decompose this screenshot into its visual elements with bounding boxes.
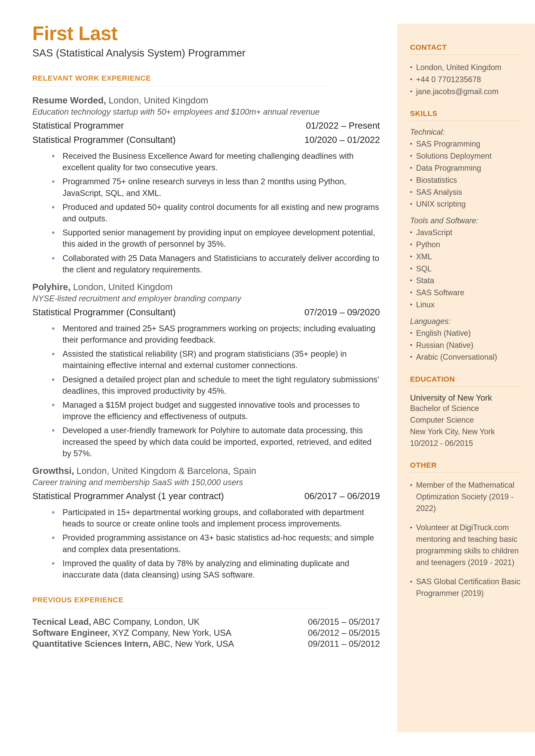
company-description: NYSE-listed recruitment and employer bra… xyxy=(32,294,380,303)
bullet-item: Collaborated with 25 Data Managers and S… xyxy=(32,253,380,275)
role-row: Statistical Programmer Analyst (1 year c… xyxy=(32,491,380,501)
previous-dates: 06/2012 – 05/2015 xyxy=(308,628,380,638)
divider xyxy=(410,121,522,121)
company-name: Resume Worded, xyxy=(32,95,106,105)
job-bullets: Received the Business Excellence Award f… xyxy=(32,151,380,275)
role-title: Statistical Programmer Analyst (1 year c… xyxy=(32,491,224,501)
education-major: Computer Science xyxy=(410,414,522,426)
other-header: OTHER xyxy=(410,461,522,469)
divider xyxy=(410,386,522,387)
bullet-item: Assisted the statistical reliability (SR… xyxy=(32,348,380,371)
role-dates: 01/2022 – Present xyxy=(299,121,380,131)
education-degree: Bachelor of Science xyxy=(410,403,522,414)
list-item: SAS Analysis xyxy=(410,186,522,198)
divider xyxy=(410,55,522,55)
previous-title: Tecnical Lead, xyxy=(32,617,91,627)
other-item: Member of the Mathematical Optimization … xyxy=(410,479,522,514)
list-item: Solutions Deployment xyxy=(410,150,522,162)
skills-languages-list: English (Native)Russian (Native)Arabic (… xyxy=(410,327,522,363)
previous-title: Software Engineer, xyxy=(32,628,110,637)
bullet-item: Supported senior management by providing… xyxy=(32,227,380,250)
candidate-title: SAS (Statistical Analysis System) Progra… xyxy=(32,47,380,59)
education-school: University of New York xyxy=(410,393,522,403)
list-item: +44 0 7701235678 xyxy=(410,73,522,86)
list-item: SAS Programming xyxy=(410,138,522,150)
list-item: Stata xyxy=(410,274,522,287)
previous-row: Quantitative Sciences Intern, ABC, New Y… xyxy=(32,639,380,649)
company-name: Growthsi, xyxy=(32,466,74,476)
skills-languages-label: Languages: xyxy=(410,317,522,326)
previous-rest: XYZ Company, New York, USA xyxy=(110,628,231,637)
company-location: London, United Kingdom xyxy=(70,282,173,292)
contact-header: CONTACT xyxy=(410,43,522,51)
list-item: Data Programming xyxy=(410,162,522,174)
list-item: SAS Software xyxy=(410,287,522,299)
role-dates: 10/2020 – 01/2022 xyxy=(298,135,380,145)
bullet-item: Designed a detailed project plan and sch… xyxy=(32,374,380,397)
skills-technical-label: Technical: xyxy=(410,127,522,137)
role-row: Statistical Programmer01/2022 – Present xyxy=(32,121,380,131)
role-title: Statistical Programmer (Consultant) xyxy=(32,135,176,145)
previous-dates: 06/2015 – 05/2017 xyxy=(308,617,380,627)
list-item: English (Native) xyxy=(410,327,522,339)
company-description: Career training and membership SaaS with… xyxy=(32,478,380,487)
bullet-item: Improved the quality of data by 78% by a… xyxy=(32,558,380,580)
previous-rest: ABC Company, London, UK xyxy=(91,617,200,627)
previous-title: Quantitative Sciences Intern, xyxy=(32,639,151,649)
bullet-item: Provided programming assistance on 43+ b… xyxy=(32,532,380,555)
candidate-name: First Last xyxy=(32,24,380,43)
company-name: Polyhire, xyxy=(32,282,70,292)
job-bullets: Participated in 15+ departmental working… xyxy=(32,507,380,580)
company-location: London, United Kingdom & Barcelona, Spai… xyxy=(74,466,256,476)
list-item: XML xyxy=(410,251,522,263)
experience-header: RELEVANT WORK EXPERIENCE xyxy=(32,74,380,82)
role-dates: 07/2019 – 09/2020 xyxy=(298,307,380,318)
other-item: Volunteer at DigiTruck.com mentoring and… xyxy=(410,522,522,568)
previous-dates: 09/2011 – 05/2012 xyxy=(308,639,380,649)
previous-rest: ABC, New York, USA xyxy=(151,639,234,649)
divider xyxy=(410,472,522,473)
company-description: Education technology startup with 50+ em… xyxy=(32,107,380,117)
bullet-item: Received the Business Excellence Award f… xyxy=(32,151,380,173)
list-item: JavaScript xyxy=(410,227,522,238)
role-title: Statistical Programmer (Consultant) xyxy=(32,307,176,318)
bullet-item: Produced and updated 50+ quality control… xyxy=(32,202,380,224)
skills-tools-list: JavaScriptPythonXMLSQLStataSAS SoftwareL… xyxy=(410,227,522,311)
list-item: jane.jacobs@gmail.com xyxy=(410,86,522,98)
bullet-item: Mentored and trained 25+ SAS programmers… xyxy=(32,323,380,346)
list-item: Python xyxy=(410,238,522,251)
bullet-item: Managed a $15M project budget and sugges… xyxy=(32,399,380,422)
role-row: Statistical Programmer (Consultant)07/20… xyxy=(32,307,380,318)
sidebar: CONTACT London, United Kingdom+44 0 7701… xyxy=(397,24,535,732)
list-item: Biostatistics xyxy=(410,174,522,186)
role-row: Statistical Programmer (Consultant)10/20… xyxy=(32,135,380,145)
list-item: Linux xyxy=(410,299,522,311)
bullet-item: Developed a user-friendly framework for … xyxy=(32,425,380,459)
skills-tools-label: Tools and Software: xyxy=(410,216,522,225)
main-column: First Last SAS (Statistical Analysis Sys… xyxy=(32,24,397,732)
previous-row: Software Engineer, XYZ Company, New York… xyxy=(32,628,380,638)
list-item: Russian (Native) xyxy=(410,339,522,351)
role-title: Statistical Programmer xyxy=(32,121,124,131)
role-dates: 06/2017 – 06/2019 xyxy=(298,491,380,501)
previous-header: PREVIOUS EXPERIENCE xyxy=(32,596,380,604)
company-line: Growthsi, London, United Kingdom & Barce… xyxy=(32,466,380,476)
divider xyxy=(32,86,328,87)
education-location: New York City, New York xyxy=(410,426,522,437)
divider xyxy=(32,608,328,608)
list-item: London, United Kingdom xyxy=(410,61,522,73)
education-dates: 10/2012 - 06/2015 xyxy=(410,437,522,449)
skills-technical-list: SAS ProgrammingSolutions DeploymentData … xyxy=(410,138,522,210)
company-line: Polyhire, London, United Kingdom xyxy=(32,282,380,292)
list-item: SQL xyxy=(410,263,522,275)
skills-header: SKILLS xyxy=(410,109,522,118)
bullet-item: Participated in 15+ departmental working… xyxy=(32,507,380,529)
previous-row: Tecnical Lead, ABC Company, London, UK06… xyxy=(32,617,380,627)
education-header: EDUCATION xyxy=(410,375,522,383)
bullet-item: Programmed 75+ online research surveys i… xyxy=(32,176,380,199)
contact-list: London, United Kingdom+44 0 7701235678ja… xyxy=(410,61,522,98)
other-item: SAS Global Certification Basic Programme… xyxy=(410,576,522,599)
company-line: Resume Worded, London, United Kingdom xyxy=(32,95,380,106)
company-location: London, United Kingdom xyxy=(106,95,208,105)
list-item: UNIX scripting xyxy=(410,198,522,210)
